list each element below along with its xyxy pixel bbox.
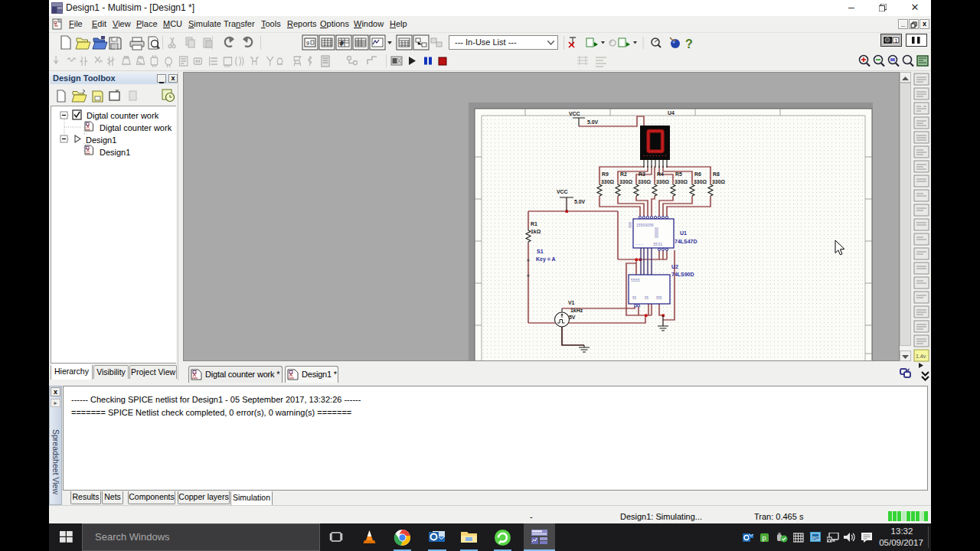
svg-text:330Ω: 330Ω — [638, 179, 651, 184]
svg-text:Key = A: Key = A — [536, 256, 556, 262]
svg-text:330Ω: 330Ω — [675, 179, 688, 184]
svg-text:R3: R3 — [639, 171, 645, 177]
svg-text:74LS47D: 74LS47D — [675, 239, 697, 244]
svg-text:R4: R4 — [657, 171, 664, 177]
svg-text:330Ω: 330Ω — [619, 179, 632, 184]
svg-text:p: p — [763, 534, 766, 542]
svg-text:330Ω: 330Ω — [656, 179, 669, 184]
svg-text:R9: R9 — [602, 171, 609, 177]
svg-text:U1: U1 — [680, 230, 687, 236]
svg-text:5V: 5V — [569, 315, 576, 320]
svg-text:R6: R6 — [694, 171, 701, 177]
svg-text:55: 55 — [645, 296, 649, 300]
svg-text:330Ω: 330Ω — [712, 179, 725, 184]
svg-text:1: 1 — [895, 38, 898, 44]
svg-text:3531: 3531 — [653, 242, 662, 246]
svg-text:PC: PC — [812, 536, 819, 540]
svg-text:9: 9 — [306, 41, 309, 46]
svg-text:R8: R8 — [713, 171, 720, 177]
svg-text:U4: U4 — [668, 110, 675, 116]
svg-text:S1: S1 — [537, 249, 544, 254]
svg-text:R5: R5 — [675, 171, 682, 177]
svg-text:555: 555 — [656, 296, 662, 300]
svg-text:V1: V1 — [568, 300, 575, 305]
svg-text:5.0V: 5.0V — [587, 119, 599, 125]
svg-text:VCC: VCC — [569, 111, 580, 116]
svg-text:55: 55 — [632, 296, 637, 300]
svg-text:330Ω: 330Ω — [601, 179, 614, 184]
svg-text:1.4v: 1.4v — [916, 354, 926, 359]
svg-text:74LS90D: 74LS90D — [671, 272, 694, 277]
svg-text:1kΩ: 1kΩ — [531, 229, 541, 234]
svg-text:R2: R2 — [620, 171, 627, 177]
svg-text:330Ω: 330Ω — [694, 179, 707, 184]
svg-text:?: ? — [685, 37, 693, 51]
svg-text:1kHz: 1kHz — [570, 308, 583, 313]
svg-text:R1: R1 — [531, 221, 537, 227]
svg-text:5.0V: 5.0V — [574, 199, 586, 204]
svg-text:U2: U2 — [671, 264, 678, 269]
svg-text:#: # — [340, 40, 344, 47]
svg-text:VCC: VCC — [557, 189, 568, 194]
svg-text:15500056: 15500056 — [636, 223, 654, 227]
svg-text:5555: 5555 — [631, 279, 640, 282]
svg-text:~ ~ ~: ~ ~ ~ — [635, 243, 644, 246]
